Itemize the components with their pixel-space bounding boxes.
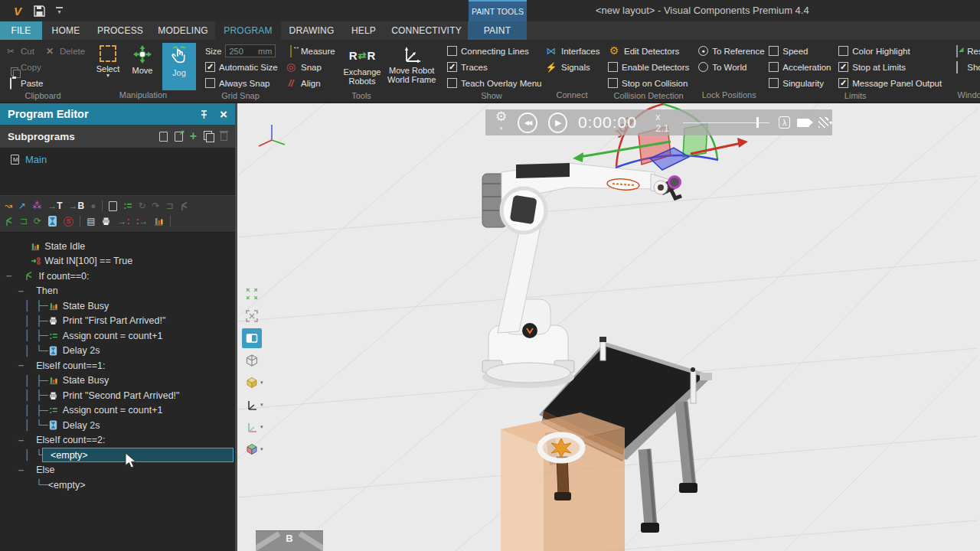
add-subprogram-icon[interactable]: + xyxy=(190,131,197,142)
view-cube[interactable]: B xyxy=(256,530,323,551)
break-statement-icon[interactable]: ⊐ xyxy=(20,216,28,227)
continue-statement-icon[interactable]: ⟳ xyxy=(34,216,41,227)
automatic-size-checkbox[interactable]: ✓ Automatic Size xyxy=(205,59,278,75)
exchange-robots-button[interactable]: R⇄R Exchange Robots xyxy=(339,43,386,91)
to-reference-radio[interactable]: ●To Reference xyxy=(698,43,764,59)
grid-display-button[interactable] xyxy=(242,373,262,393)
tab-modeling[interactable]: MODELING xyxy=(151,21,215,40)
tree-row-then[interactable]: − Then xyxy=(0,284,235,299)
message-panel-output-checkbox[interactable]: ✓Message Panel Output xyxy=(838,75,942,91)
quick-access-dropdown-icon[interactable]: ▾ xyxy=(56,7,63,15)
acceleration-checkbox[interactable]: Acceleration xyxy=(769,59,838,75)
set-tool-icon[interactable]: →T xyxy=(47,201,62,211)
simulation-settings-icon[interactable]: ⚙▾ xyxy=(495,111,507,134)
delay-statement-icon[interactable] xyxy=(47,216,57,227)
tree-row-assign[interactable]: │ ├─ Assign count = count+1 xyxy=(0,403,235,419)
copy-button[interactable]: Copy xyxy=(5,59,85,75)
tree-row-if[interactable]: − If count==0: xyxy=(0,269,235,284)
measure-button[interactable]: Measure xyxy=(285,43,339,59)
cut-button[interactable]: Cut xyxy=(5,43,34,59)
tab-program[interactable]: PROGRAM xyxy=(215,21,281,40)
to-world-radio[interactable]: To World xyxy=(698,59,764,75)
stop-at-limits-checkbox[interactable]: ✓Stop at Limits xyxy=(838,59,942,75)
play-simulation-button[interactable]: ▶ xyxy=(548,112,567,133)
pin-icon[interactable] xyxy=(199,109,209,119)
3d-scene[interactable]: JOG xyxy=(237,103,978,551)
tree-row-wait-signal[interactable]: Wait IN[100] == True xyxy=(0,254,235,269)
3d-viewport[interactable]: JOG xyxy=(237,103,980,551)
save-icon[interactable] xyxy=(34,5,45,17)
tree-row-empty[interactable]: └─ <empty> xyxy=(0,478,235,493)
tab-home[interactable]: HOME xyxy=(42,21,90,40)
frame-display-button[interactable] xyxy=(242,395,262,415)
connecting-lines-checkbox[interactable]: Connecting Lines xyxy=(447,43,541,59)
origin-display-button[interactable] xyxy=(242,417,262,437)
export-subprogram-icon[interactable] xyxy=(175,132,183,142)
delete-subprogram-icon[interactable] xyxy=(220,132,227,141)
tab-drawing[interactable]: DRAWING xyxy=(281,21,342,40)
halt-statement-icon[interactable]: S xyxy=(64,217,74,227)
set-state-icon[interactable] xyxy=(154,217,164,226)
interfaces-button[interactable]: Interfaces xyxy=(545,43,600,59)
if-statement-icon-disabled[interactable] xyxy=(180,201,189,211)
set-base-icon[interactable]: →B xyxy=(68,201,84,211)
assign-statement-icon[interactable] xyxy=(123,201,132,211)
tree-row-print[interactable]: │ ├─ Print "Second Part Arrived!" xyxy=(0,388,235,403)
return-statement-icon[interactable]: ⊐ xyxy=(166,201,174,211)
tab-help[interactable]: HELP xyxy=(342,21,385,40)
enable-detectors-checkbox[interactable]: Enable Detectors xyxy=(608,59,689,75)
view-selector-button[interactable] xyxy=(242,328,262,348)
tab-connectivity[interactable]: CONNECTIVITY xyxy=(385,21,468,40)
ptp-motion-icon[interactable]: ↝ xyxy=(5,201,12,211)
signals-button[interactable]: Signals xyxy=(545,59,600,75)
wait-signal-icon[interactable] xyxy=(117,216,129,227)
reset-simulation-button[interactable]: ◀◀ xyxy=(518,112,537,133)
select-button[interactable]: Select ▾ xyxy=(90,43,126,90)
linear-motion-icon[interactable]: ↗ xyxy=(18,201,26,211)
record-position-icon[interactable]: ● xyxy=(90,201,96,211)
move-button[interactable]: Move xyxy=(126,43,159,90)
select-dropdown-caret[interactable]: ▾ xyxy=(106,73,109,78)
tree-row-elseif-2[interactable]: − ElseIf count==2: xyxy=(0,433,235,448)
if-statement-icon[interactable] xyxy=(5,217,14,227)
render-mode-button[interactable] xyxy=(242,350,262,370)
edit-detectors-button[interactable]: Edit Detectors xyxy=(608,43,689,59)
tree-row-elseif-1[interactable]: − ElseIf count==1: xyxy=(0,358,235,373)
show-windows-button[interactable]: Show xyxy=(951,59,980,75)
traces-checkbox[interactable]: ✓Traces xyxy=(447,59,541,75)
close-icon[interactable]: × xyxy=(220,108,227,121)
singularity-checkbox[interactable]: Singularity xyxy=(769,75,838,91)
grid-size-input[interactable] xyxy=(229,47,255,56)
export-pdf-icon[interactable]: λ xyxy=(779,116,790,129)
tree-row-print[interactable]: │ ├─ Print "First Part Arrived!" xyxy=(0,314,235,329)
tree-row-state-busy[interactable]: │ ├─ State Busy xyxy=(0,373,235,389)
tree-row-else[interactable]: − Else xyxy=(0,463,235,478)
move-robot-world-frame-button[interactable]: Move Robot World Frame xyxy=(385,43,438,91)
coordinate-mode-button[interactable] xyxy=(242,439,262,459)
tree-row-empty-selected[interactable]: │ └ <empty> xyxy=(0,448,235,463)
jump-statement-icon[interactable]: ↷ xyxy=(152,201,159,211)
comment-statement-icon[interactable] xyxy=(87,216,95,227)
import-subprogram-icon[interactable] xyxy=(159,132,168,142)
paint-overlay-icon[interactable] xyxy=(818,117,828,128)
fill-view-button[interactable] xyxy=(242,306,262,326)
color-highlight-checkbox[interactable]: Color Highlight xyxy=(838,43,942,59)
tab-paint[interactable]: PAINT xyxy=(468,21,527,40)
tab-file[interactable]: FILE xyxy=(0,21,42,40)
set-signal-icon[interactable] xyxy=(136,216,148,227)
duplicate-subprogram-icon[interactable] xyxy=(204,131,214,142)
always-snap-checkbox[interactable]: Always Snap xyxy=(205,75,278,91)
paint-overlay-caret[interactable]: ▾ xyxy=(829,119,832,126)
snap-button[interactable]: Snap xyxy=(285,59,339,75)
tree-row-delay[interactable]: │ └─ Delay 2s xyxy=(0,344,235,359)
path-statement-icon[interactable]: ⁂ xyxy=(32,201,41,211)
stop-on-collision-checkbox[interactable]: Stop on Collision xyxy=(608,75,689,91)
jog-button[interactable]: Jog xyxy=(162,43,196,90)
tree-row-assign[interactable]: │ ├─ Assign count = count+1 xyxy=(0,328,235,344)
subprogram-main-item[interactable]: Main xyxy=(11,154,235,165)
speed-checkbox[interactable]: Speed xyxy=(769,43,838,59)
teach-overlay-menu-checkbox[interactable]: Teach Overlay Menu xyxy=(447,75,541,91)
restore-windows-button[interactable]: Restore xyxy=(951,43,980,59)
align-button[interactable]: Align xyxy=(285,75,339,91)
delete-button[interactable]: Delete xyxy=(44,43,85,59)
